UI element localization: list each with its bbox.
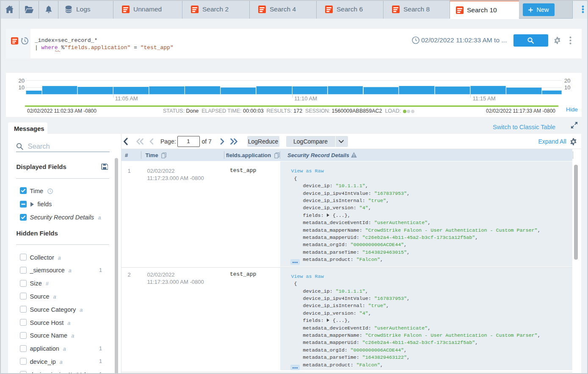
svg-text:20: 20 bbox=[564, 78, 570, 84]
svg-text:10: 10 bbox=[564, 84, 570, 91]
svg-text:11:10 AM: 11:10 AM bbox=[294, 95, 317, 102]
svg-text:10: 10 bbox=[19, 84, 25, 91]
svg-text:11:05 AM: 11:05 AM bbox=[115, 95, 138, 102]
svg-text:11:15 AM: 11:15 AM bbox=[473, 95, 496, 102]
svg-text:20: 20 bbox=[19, 78, 25, 84]
